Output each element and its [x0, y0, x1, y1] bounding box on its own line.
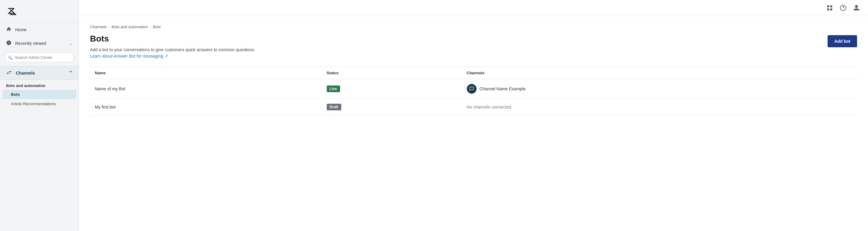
recently-viewed-label: Recently viewed — [15, 41, 46, 46]
bot-channel-cell: Channel Name Example — [462, 79, 857, 99]
home-label: Home — [15, 27, 26, 32]
sidebar-channels-section[interactable]: Channels ⌃ — [0, 66, 79, 80]
col-status: Status — [322, 67, 462, 79]
channel-with-icon: Channel Name Example — [467, 84, 852, 94]
bots-table: Name Status Channels Name of my BotLiveC… — [90, 67, 857, 116]
sidebar-item-recently-viewed[interactable]: Recently viewed ⌄ — [0, 36, 79, 50]
chevron-up-icon: ⌃ — [69, 70, 73, 76]
page-title: Bots — [90, 34, 266, 44]
bot-name-cell: My first bot — [90, 99, 322, 116]
page-description: Add a bot to your conversations to give … — [90, 47, 266, 60]
bot-status-cell: Live — [322, 79, 462, 99]
bots-section-title: Bots and automation — [0, 80, 79, 90]
clock-icon — [6, 40, 11, 46]
sidebar-item-bots[interactable]: Bots — [2, 90, 76, 99]
status-badge: Draft — [327, 104, 341, 110]
chevron-down-icon: ⌄ — [69, 41, 73, 46]
table-row[interactable]: My first botDraftNo channels connected — [90, 99, 857, 116]
breadcrumb-bots-automation[interactable]: Bots and automation — [112, 25, 148, 29]
table-body: Name of my BotLiveChannel Name ExampleMy… — [90, 79, 857, 116]
table-header: Name Status Channels — [90, 67, 857, 79]
home-icon — [6, 26, 11, 33]
learn-more-link[interactable]: Learn about Answer Bot for messaging ↗ — [90, 54, 168, 59]
sidebar-item-article-recommendations[interactable]: Article Recommendations — [2, 99, 76, 109]
user-avatar-icon[interactable] — [852, 4, 861, 12]
zendesk-logo — [6, 5, 18, 17]
page-header: Bots Add a bot to your conversations to … — [90, 34, 857, 60]
help-icon[interactable] — [839, 4, 847, 12]
col-name: Name — [90, 67, 322, 79]
col-channels: Channels — [462, 67, 857, 79]
main-content: Channels › Bots and automation › Bots Bo… — [79, 0, 868, 231]
sidebar-item-home[interactable]: Home — [0, 23, 79, 36]
status-badge: Live — [327, 85, 340, 92]
channel-icon — [467, 84, 476, 94]
topbar — [79, 0, 868, 16]
add-bot-button[interactable]: Add bot — [828, 35, 857, 47]
search-area: 🔍 — [0, 50, 79, 66]
breadcrumb: Channels › Bots and automation › Bots — [90, 25, 857, 29]
page-content: Channels › Bots and automation › Bots Bo… — [79, 16, 868, 231]
channel-name: Channel Name Example — [479, 86, 526, 91]
logo-area — [0, 0, 79, 23]
page-title-area: Bots Add a bot to your conversations to … — [90, 34, 266, 60]
channels-label: Channels — [16, 71, 35, 75]
bot-status-cell: Draft — [322, 99, 462, 116]
channels-icon — [6, 69, 12, 76]
table-row[interactable]: Name of my BotLiveChannel Name Example — [90, 79, 857, 99]
breadcrumb-bots: Bots — [153, 25, 161, 29]
breadcrumb-channels[interactable]: Channels — [90, 25, 107, 29]
grid-icon[interactable] — [826, 4, 834, 12]
bot-channel-cell: No channels connected — [462, 99, 857, 116]
search-input[interactable] — [5, 52, 74, 63]
search-icon: 🔍 — [8, 55, 13, 60]
sidebar: Home Recently viewed ⌄ 🔍 Channels — [0, 0, 79, 231]
bot-name-cell: Name of my Bot — [90, 79, 322, 99]
